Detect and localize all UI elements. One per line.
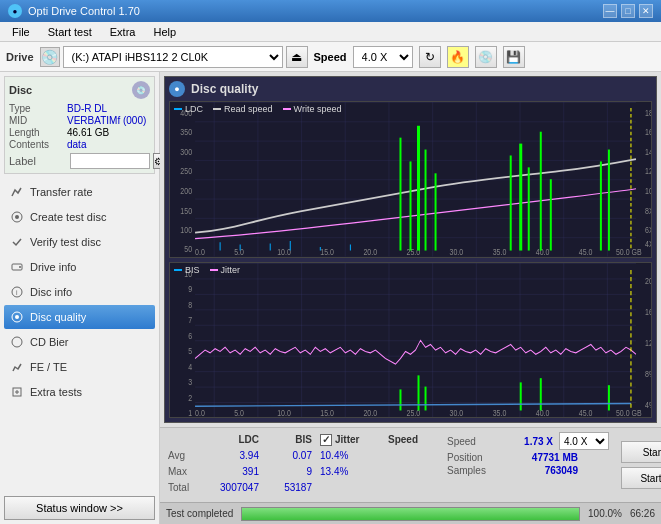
type-value: BD-R DL — [67, 103, 107, 114]
disc-quality-panel-icon: ● — [169, 81, 185, 97]
nav-cd-bier[interactable]: CD Bier — [4, 330, 155, 354]
svg-text:4X: 4X — [645, 239, 651, 249]
svg-text:9: 9 — [188, 283, 192, 295]
svg-text:15.0: 15.0 — [320, 248, 334, 257]
svg-text:30.0: 30.0 — [450, 406, 464, 417]
position-label: Position — [447, 452, 502, 463]
eject-button[interactable]: ⏏ — [286, 46, 308, 68]
avg-jit: 10.4% — [320, 448, 380, 464]
jitter-checkbox[interactable]: ✓ — [320, 434, 332, 446]
svg-text:100: 100 — [180, 225, 192, 235]
svg-text:40.0: 40.0 — [536, 406, 550, 417]
minimize-button[interactable]: — — [603, 4, 617, 18]
svg-text:12%: 12% — [645, 336, 651, 348]
ldc-legend-item: LDC — [174, 104, 203, 114]
read-speed-dot — [213, 108, 221, 110]
disc-title: Disc — [9, 84, 32, 96]
mid-label: MID — [9, 115, 67, 126]
svg-text:10.0: 10.0 — [277, 248, 291, 257]
nav-disc-quality[interactable]: Disc quality — [4, 305, 155, 329]
svg-text:14X: 14X — [645, 148, 651, 158]
ldc-header: LDC — [204, 432, 259, 448]
label-input[interactable] — [70, 153, 150, 169]
nav-verify-test-disc[interactable]: Verify test disc — [4, 230, 155, 254]
speed-select[interactable]: 1.0 X2.0 X4.0 X6.0 X8.0 X — [353, 46, 413, 68]
nav-fe-te[interactable]: FE / TE — [4, 355, 155, 379]
total-ldc: 3007047 — [204, 480, 259, 496]
svg-text:200: 200 — [180, 186, 192, 196]
bis-legend-item: BIS — [174, 265, 200, 275]
length-value: 46.61 GB — [67, 127, 109, 138]
svg-point-7 — [15, 315, 19, 319]
menu-file[interactable]: File — [4, 24, 38, 40]
nav-create-test-disc[interactable]: Create test disc — [4, 205, 155, 229]
bis-chart: BIS Jitter — [169, 262, 652, 419]
total-bis: 53187 — [267, 480, 312, 496]
speed-label: Speed — [314, 51, 347, 63]
menu-extra[interactable]: Extra — [102, 24, 144, 40]
svg-text:15.0: 15.0 — [320, 406, 334, 417]
max-ldc: 391 — [204, 464, 259, 480]
speed-select-stats[interactable]: 1.0 X2.0 X4.0 X6.0 X8.0 X — [559, 432, 609, 450]
nav-drive-info[interactable]: Drive info — [4, 255, 155, 279]
bis-legend: BIS Jitter — [174, 265, 240, 275]
svg-text:i: i — [16, 289, 18, 296]
svg-text:45.0: 45.0 — [579, 248, 593, 257]
svg-text:16X: 16X — [645, 128, 651, 138]
menu-bar: File Start test Extra Help — [0, 22, 661, 42]
max-bis: 9 — [267, 464, 312, 480]
svg-text:8: 8 — [188, 298, 192, 310]
nav-transfer-rate[interactable]: Transfer rate — [4, 180, 155, 204]
refresh-button[interactable]: ↻ — [419, 46, 441, 68]
start-full-button[interactable]: Start full — [621, 441, 661, 463]
svg-point-3 — [19, 266, 21, 268]
samples-val: 763049 — [508, 465, 578, 476]
progress-percent: 100.0% — [588, 508, 622, 519]
disc-panel: Disc 💿 Type BD-R DL MID VERBATIMf (000) … — [4, 76, 155, 174]
maximize-button[interactable]: □ — [621, 4, 635, 18]
start-part-button[interactable]: Start part — [621, 467, 661, 489]
svg-text:45.0: 45.0 — [579, 406, 593, 417]
svg-text:10.0: 10.0 — [277, 406, 291, 417]
progress-label: Test completed — [166, 508, 233, 519]
status-window-button[interactable]: Status window >> — [4, 496, 155, 520]
disc-button[interactable]: 💿 — [475, 46, 497, 68]
write-speed-legend-item: Write speed — [283, 104, 342, 114]
progress-area: Test completed 100.0% 66:26 — [160, 502, 661, 524]
svg-text:35.0: 35.0 — [493, 406, 507, 417]
svg-text:5.0: 5.0 — [234, 248, 244, 257]
svg-text:20%: 20% — [645, 274, 651, 286]
save-button[interactable]: 💾 — [503, 46, 525, 68]
nav-disc-info[interactable]: i Disc info — [4, 280, 155, 304]
svg-text:50.0 GB: 50.0 GB — [616, 248, 642, 257]
svg-text:6X: 6X — [645, 225, 651, 235]
drive-select[interactable]: (K:) ATAPI iHBS112 2 CL0K — [63, 46, 283, 68]
svg-text:350: 350 — [180, 128, 192, 138]
max-jit: 13.4% — [320, 464, 380, 480]
svg-text:6: 6 — [188, 329, 192, 341]
toolbar: Drive 💿 (K:) ATAPI iHBS112 2 CL0K ⏏ Spee… — [0, 42, 661, 72]
burn-button[interactable]: 🔥 — [447, 46, 469, 68]
extra-tests-icon — [10, 385, 24, 399]
menu-help[interactable]: Help — [145, 24, 184, 40]
svg-text:12X: 12X — [645, 167, 651, 177]
close-button[interactable]: ✕ — [639, 4, 653, 18]
sidebar: Disc 💿 Type BD-R DL MID VERBATIMf (000) … — [0, 72, 160, 524]
disc-quality-icon — [10, 310, 24, 324]
svg-text:20.0: 20.0 — [363, 406, 377, 417]
app-icon: ● — [8, 4, 22, 18]
stats-right: Speed 1.73 X 1.0 X2.0 X4.0 X6.0 X8.0 X P… — [441, 428, 615, 502]
disc-quality-panel: ● Disc quality LDC Read speed — [164, 76, 657, 423]
max-label: Max — [168, 464, 196, 480]
speed-header: Speed — [388, 432, 433, 448]
svg-text:18X: 18X — [645, 109, 651, 119]
svg-text:35.0: 35.0 — [493, 248, 507, 257]
menu-start-test[interactable]: Start test — [40, 24, 100, 40]
nav-extra-tests[interactable]: Extra tests — [4, 380, 155, 404]
svg-text:5: 5 — [188, 345, 192, 357]
drive-label: Drive — [6, 51, 34, 63]
contents-value: data — [67, 139, 86, 150]
bis-chart-svg: 10 9 8 7 6 5 4 3 2 1 20% 16% 12% — [170, 263, 651, 418]
svg-text:30.0: 30.0 — [450, 248, 464, 257]
transfer-rate-icon — [10, 185, 24, 199]
